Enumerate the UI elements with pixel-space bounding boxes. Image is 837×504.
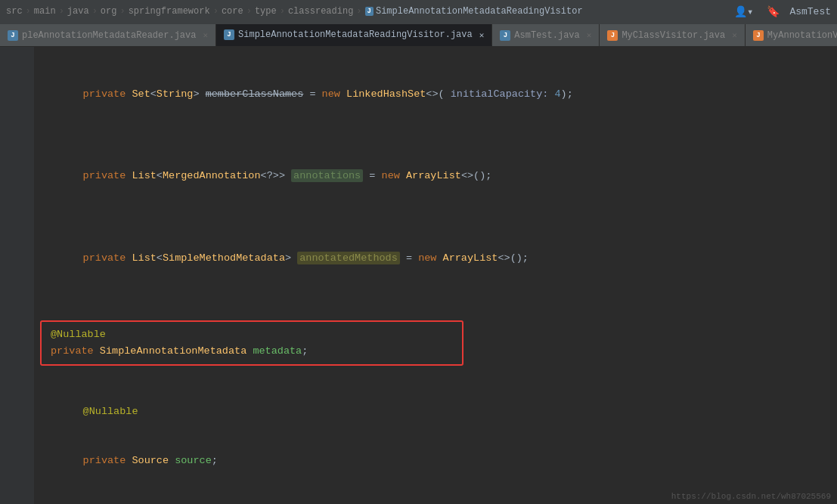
ln-16 (0, 289, 28, 305)
ln-8 (0, 163, 28, 179)
code-line-blank-2 (46, 119, 837, 135)
ln-14 (0, 257, 28, 273)
tab-close-3[interactable]: ✕ (587, 30, 592, 40)
tab-bar: J pleAnnotationMetadataReader.java ✕ J S… (0, 23, 837, 47)
sep6: › (246, 6, 252, 17)
project-name: AsmTest (789, 6, 831, 17)
tab-label-4: MyClassVisitor.java (622, 30, 725, 41)
tab-icon-5: J (753, 30, 764, 41)
ln-12 (0, 226, 28, 242)
ln-2 (0, 69, 28, 85)
ln-18 (0, 320, 28, 336)
ln-1 (0, 53, 28, 69)
tab-simple-annotation[interactable]: J SimpleAnnotationMetadataReadingVisitor… (216, 24, 492, 46)
sep7: › (280, 6, 285, 17)
code-line-source: private Source source; (46, 436, 837, 485)
ln-10 (0, 194, 28, 210)
tab-close-4[interactable]: ✕ (732, 30, 737, 40)
code-line-blank-8 (46, 370, 837, 387)
tab-asmtest[interactable]: J AsmTest.java ✕ (492, 24, 600, 46)
breadcrumb-classname: SimpleAnnotationMetadataReadingVisitor (376, 6, 583, 17)
sep2: › (59, 6, 64, 17)
ln-13 (0, 242, 28, 258)
class-icon: J (365, 7, 374, 16)
code-line-annotations: private List<MergedAnnotation<?>> annota… (46, 152, 837, 201)
breadcrumb-springframework: springframework (129, 6, 210, 17)
tab-icon-4: J (607, 30, 618, 41)
code-line-blank-5 (46, 218, 837, 234)
code-line-annotatedMethods: private List<SimpleMethodMetadata> annot… (46, 234, 837, 283)
breadcrumb-type: type (255, 6, 277, 17)
ln-22 (0, 367, 28, 383)
code-line-blank-3 (46, 135, 837, 152)
ln-4 (0, 100, 28, 116)
code-line-blank-4 (46, 201, 837, 218)
tab-icon-3: J (500, 30, 510, 41)
title-bar-actions: 👤▾ 🔖 AsmTest (730, 4, 831, 20)
sep5: › (213, 6, 219, 17)
user-icon[interactable]: 👤▾ (730, 4, 757, 20)
breadcrumb-core: core (222, 6, 243, 17)
tab-close-1[interactable]: ✕ (203, 30, 208, 40)
code-line-blank-6 (46, 283, 837, 299)
sep4: › (119, 6, 125, 17)
breadcrumb-class: J SimpleAnnotationMetadataReadingVisitor (365, 6, 583, 17)
ln-7 (0, 147, 28, 163)
ln-21 (0, 351, 28, 367)
ln-5 (0, 116, 28, 131)
code-line-blank-1 (46, 53, 837, 70)
tab-icon-2: J (224, 29, 234, 40)
sep1: › (26, 6, 31, 17)
tab-myannotation[interactable]: J MyAnnotationV... ✕ (746, 24, 837, 46)
ln-9 (0, 178, 28, 194)
ln-15 (0, 273, 28, 289)
code-line-memberClassNames: private Set<String> memberClassNames = n… (46, 70, 837, 119)
code-editor[interactable]: private Set<String> memberClassNames = n… (34, 47, 837, 504)
tab-label-2: SimpleAnnotationMetadataReadingVisitor.j… (238, 29, 473, 40)
breadcrumb-java: java (67, 6, 89, 17)
tab-icon-1: J (8, 30, 18, 41)
highlight-box: @Nullable private SimpleAnnotationMetada… (40, 320, 463, 366)
tab-label-3: AsmTest.java (514, 30, 579, 41)
tab-label-5: MyAnnotationV... (767, 30, 837, 41)
ln-6 (0, 131, 28, 147)
ln-11 (0, 210, 28, 226)
editor-area: ▽ private Set<String> memberClassNames =… (0, 47, 837, 504)
line-number-gutter: ▽ (0, 47, 34, 504)
sep8: › (356, 6, 361, 17)
title-bar: src › main › java › org › springframewor… (0, 0, 837, 23)
watermark: https://blog.csdn.net/wh87025569 (671, 492, 831, 501)
breadcrumb-main: main (34, 6, 56, 17)
tab-label-1: pleAnnotationMetadataReader.java (22, 30, 196, 41)
tab-close-2[interactable]: ✕ (479, 30, 485, 40)
breadcrumb-org: org (101, 6, 117, 17)
breadcrumb-src: src (6, 6, 23, 17)
ln-20 (0, 335, 28, 351)
breadcrumb-classreading: classreading (288, 6, 353, 17)
tab-annotation-reader[interactable]: J pleAnnotationMetadataReader.java ✕ (0, 24, 216, 46)
ln-3 (0, 85, 28, 100)
ln-17 (0, 305, 28, 320)
bookmark-icon[interactable]: 🔖 (763, 4, 783, 20)
tab-myclassvisitor[interactable]: J MyClassVisitor.java ✕ (600, 24, 745, 46)
code-line-metadata: private SimpleAnnotationMetadata metadat… (51, 343, 453, 360)
code-line-blank-7 (46, 299, 837, 316)
code-line-nullable1: @Nullable (51, 326, 453, 343)
code-line-nullable2: @Nullable (46, 387, 837, 436)
breadcrumb: src › main › java › org › springframewor… (6, 6, 583, 17)
sep3: › (92, 6, 98, 17)
highlighted-block: @Nullable private SimpleAnnotationMetada… (43, 317, 837, 369)
